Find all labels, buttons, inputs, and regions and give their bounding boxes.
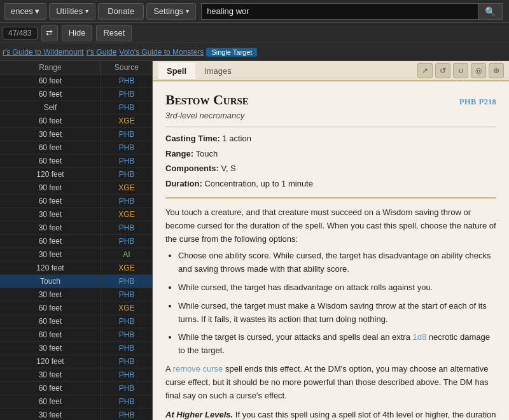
list-cell-range: 60 feet: [0, 155, 101, 167]
list-cell-range: 60 feet: [0, 382, 101, 395]
third-row: r's Guide to Wildemount r's Guide Volo's…: [0, 43, 509, 61]
settings-menu[interactable]: Settings ▾: [146, 3, 196, 20]
list-cell-range: 30 feet: [0, 409, 101, 420]
tab-spell[interactable]: Spell: [158, 62, 195, 81]
list-cell-range: 60 feet: [0, 395, 101, 408]
list-item[interactable]: 60 feetPHB: [0, 141, 152, 155]
list-cell-source: XGE: [101, 208, 152, 221]
list-cell-source: PHB: [101, 235, 152, 248]
single-target-tag: Single Target: [206, 48, 257, 57]
spell-title: Bestow Curse: [165, 92, 249, 108]
list-cell-source: PHB: [101, 315, 152, 328]
list-item[interactable]: 60 feetPHB: [0, 235, 152, 248]
list-cell-source: PHB: [101, 221, 152, 234]
list-item[interactable]: 30 feetPHB: [0, 409, 152, 420]
list-item[interactable]: 120 feetPHB: [0, 355, 152, 368]
reset-button[interactable]: Reset: [96, 25, 132, 41]
utilities-label: Utilities: [56, 6, 83, 16]
breadcrumb-volos[interactable]: Volo's Guide to Monsters: [119, 48, 204, 57]
list-item[interactable]: 60 feetPHB: [0, 382, 152, 395]
list-cell-source: XGE: [101, 302, 152, 314]
list-cell-range: 30 feet: [0, 208, 101, 221]
list-cell-range: 30 feet: [0, 342, 101, 354]
range-label: Range:: [165, 149, 193, 158]
left-panel: Range Source 60 feetPHB60 feetPHBSelfPHB…: [0, 61, 153, 420]
list-cell-range: Self: [0, 101, 101, 114]
list-cell-source: PHB: [101, 288, 152, 301]
list-item[interactable]: 90 feetXGE: [0, 181, 152, 195]
tab-images[interactable]: Images: [195, 62, 241, 81]
list-cell-source: PHB: [101, 155, 152, 167]
list-cell-source: PHB: [101, 88, 152, 101]
references-menu[interactable]: ences ▾: [4, 3, 46, 20]
list-item[interactable]: 30 feetXGE: [0, 208, 152, 221]
tabs-row: Spell Images ↗ ↺ ∪ ◎ ⊕: [153, 61, 509, 81]
list-item[interactable]: TouchPHB: [0, 275, 152, 288]
spell-divider-2: [165, 197, 496, 199]
list-cell-range: 30 feet: [0, 248, 101, 261]
list-item[interactable]: 60 feetPHB: [0, 195, 152, 208]
list-item[interactable]: 60 feetXGE: [0, 115, 152, 128]
utilities-chevron: ▾: [85, 8, 88, 15]
breadcrumb-guide2[interactable]: r's Guide: [87, 48, 117, 57]
list-cell-range: 60 feet: [0, 328, 101, 341]
list-item[interactable]: 60 feetPHB: [0, 395, 152, 409]
right-panel: Spell Images ↗ ↺ ∪ ◎ ⊕ Bestow Curse PHB …: [153, 61, 509, 420]
list-cell-range: 30 feet: [0, 368, 101, 381]
list-item[interactable]: 60 feetPHB: [0, 155, 152, 168]
list-cell-source: PHB: [101, 368, 152, 381]
tab-icon-union[interactable]: ∪: [453, 63, 468, 78]
components-value: V, S: [221, 164, 235, 173]
spell-bullets: Choose one ability score. While cursed, …: [178, 249, 496, 358]
list-cell-source: PHB: [101, 382, 152, 395]
list-cell-source: PHB: [101, 355, 152, 368]
top-nav: ences ▾ Utilities ▾ Donate Settings ▾ 🔍: [0, 0, 509, 23]
tab-icons: ↗ ↺ ∪ ◎ ⊕: [417, 63, 504, 78]
spell-source: PHB P218: [459, 95, 496, 107]
list-cell-source: PHB: [101, 342, 152, 354]
tab-icon-circle[interactable]: ◎: [471, 63, 486, 78]
remove-curse-link[interactable]: remove curse: [173, 364, 223, 374]
list-cell-source: PHB: [101, 168, 152, 181]
list-item[interactable]: 30 feetPHB: [0, 221, 152, 235]
list-cell-range: 60 feet: [0, 195, 101, 207]
spell-bullet: Choose one ability score. While cursed, …: [178, 249, 496, 276]
list-item[interactable]: 30 feetAI: [0, 248, 152, 262]
tab-icon-refresh[interactable]: ↺: [435, 63, 450, 78]
list-item[interactable]: 60 feetPHB: [0, 315, 152, 328]
list-cell-range: 120 feet: [0, 355, 101, 368]
list-cell-source: PHB: [101, 409, 152, 420]
utilities-menu[interactable]: Utilities ▾: [49, 3, 95, 20]
hide-button[interactable]: Hide: [62, 25, 93, 41]
list-item[interactable]: 60 feetPHB: [0, 74, 152, 88]
list-item[interactable]: SelfPHB: [0, 101, 152, 115]
spell-bullet: While cursed, the target has disadvantag…: [178, 281, 496, 295]
list-cell-range: 30 feet: [0, 221, 101, 234]
tab-icon-plus[interactable]: ⊕: [489, 63, 504, 78]
list-item[interactable]: 30 feetPHB: [0, 288, 152, 302]
shuffle-button[interactable]: ⇄: [41, 25, 58, 41]
list-item[interactable]: 30 feetPHB: [0, 128, 152, 141]
list-item[interactable]: 60 feetXGE: [0, 302, 152, 315]
spell-level: 3rd-level necromancy: [165, 111, 496, 120]
header-range: Range: [0, 61, 101, 74]
list-cell-source: PHB: [101, 275, 152, 288]
casting-time-label: Casting Time:: [165, 134, 220, 143]
range-value: Touch: [195, 149, 218, 158]
breadcrumb-wildemount[interactable]: r's Guide to Wildemount: [3, 48, 84, 57]
search-button[interactable]: 🔍: [478, 3, 503, 20]
list-item[interactable]: 60 feetPHB: [0, 328, 152, 342]
spell-components: Components: V, S: [165, 162, 496, 175]
spell-desc-text: You touch a creature, and that creature …: [165, 206, 496, 246]
search-input[interactable]: [201, 3, 478, 20]
list-item[interactable]: 120 feetPHB: [0, 168, 152, 181]
list-cell-source: XGE: [101, 262, 152, 274]
list-item[interactable]: 30 feetPHB: [0, 368, 152, 382]
spell-divider-1: [165, 127, 496, 127]
dice-link[interactable]: 1d8: [413, 332, 427, 342]
donate-button[interactable]: Donate: [98, 3, 144, 20]
list-item[interactable]: 30 feetPHB: [0, 342, 152, 355]
tab-icon-pin[interactable]: ↗: [417, 63, 433, 78]
list-item[interactable]: 60 feetPHB: [0, 88, 152, 101]
list-item[interactable]: 120 feetXGE: [0, 262, 152, 275]
